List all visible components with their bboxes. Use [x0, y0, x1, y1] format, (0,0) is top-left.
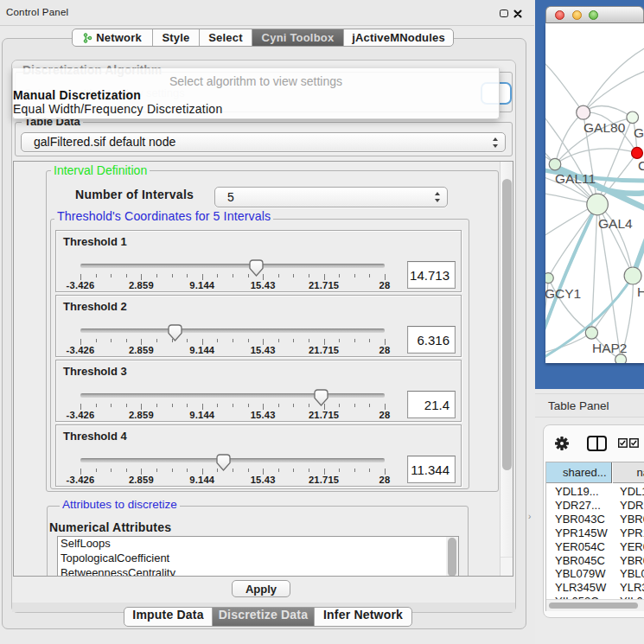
svg-text:HAP2: HAP2	[592, 341, 628, 355]
svg-text:GCY1: GCY1	[545, 286, 581, 301]
svg-text:GAL11: GAL11	[555, 171, 596, 186]
svg-text:GAL80: GAL80	[583, 120, 626, 135]
svg-text:H: H	[637, 284, 644, 299]
svg-text:GAL4: GAL4	[598, 216, 633, 231]
svg-text:C: C	[638, 158, 644, 173]
svg-text:G.: G.	[634, 125, 644, 140]
